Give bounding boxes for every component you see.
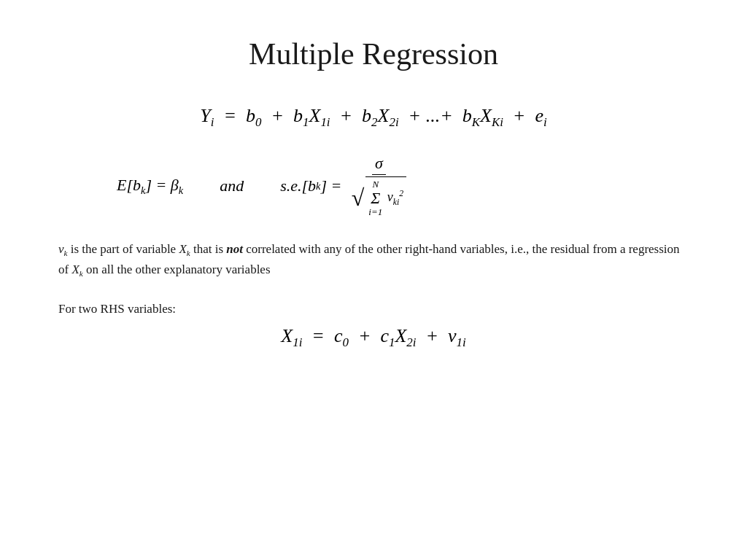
page: Multiple Regression Yi = b0 + b1X1i + b2…	[0, 0, 747, 560]
sqrt-symbol: √	[352, 186, 365, 209]
expected-value-eq: E[bk] = βk	[117, 176, 183, 197]
and-connector: and	[220, 176, 244, 195]
se-equation: s.e.[bk] = σ √ N Σ i=1 vki2	[280, 154, 409, 218]
main-equation: Yi = b0 + b1X1i + b2X2i + ...+ bKXKi + e…	[58, 101, 689, 132]
description-block: vk is the part of variable Xk that is no…	[58, 240, 689, 280]
page-title: Multiple Regression	[58, 36, 689, 71]
bottom-equation: X1i = c0 + c1X2i + v1i	[58, 325, 689, 350]
second-row: E[bk] = βk and s.e.[bk] = σ √ N Σ i=1	[58, 154, 689, 218]
rhs-label: For two RHS variables:	[58, 302, 689, 316]
